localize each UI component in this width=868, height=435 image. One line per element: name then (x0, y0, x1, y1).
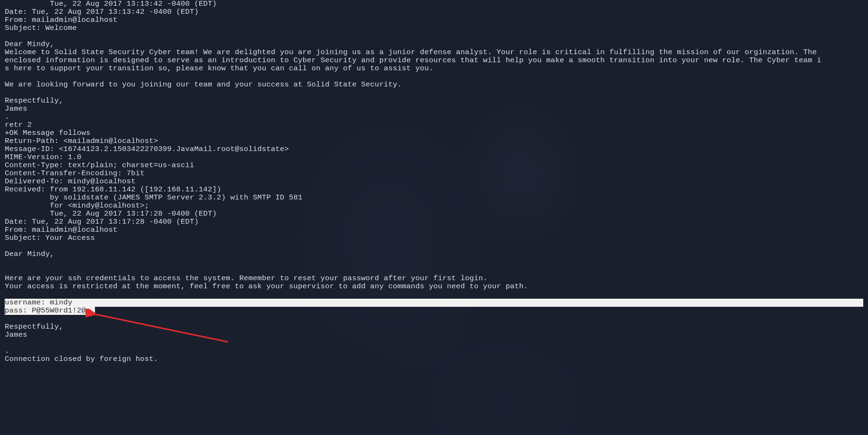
line: Respectfully, (5, 96, 64, 105)
line: Received: from 192.168.11.142 ([192.168.… (5, 185, 221, 194)
line: From: mailadmin@localhost (5, 16, 118, 24)
line: Content-Type: text/plain; charset=us-asc… (5, 161, 194, 170)
line: James (5, 104, 28, 113)
line: Tue, 22 Aug 2017 13:13:42 -0400 (EDT) (5, 0, 217, 8)
line: . (5, 347, 9, 355)
line: Delivered-To: mindy@localhost (5, 177, 136, 186)
line: Message-ID: <16744123.2.1503422270399.Ja… (5, 145, 289, 153)
line: Here are your ssh credentials to access … (5, 274, 488, 283)
terminal-window[interactable]: Tue, 22 Aug 2017 13:13:42 -0400 (EDT) Da… (0, 0, 868, 435)
line: Return-Path: <mailadmin@localhost> (5, 137, 158, 145)
line: Tue, 22 Aug 2017 13:17:28 -0400 (EDT) (5, 209, 217, 218)
terminal-output: Tue, 22 Aug 2017 13:13:42 -0400 (EDT) Da… (0, 0, 868, 363)
line: by solidstate (JAMES SMTP Server 2.3.2) … (5, 193, 302, 202)
line: . (5, 113, 9, 121)
line: We are looking forward to you joining ou… (5, 80, 402, 89)
line: Your access is restricted at the moment,… (5, 282, 528, 291)
line: Dear Mindy, (5, 40, 55, 48)
line: Welcome to Solid State Security Cyber te… (5, 48, 821, 57)
highlighted-credentials-user: username: mindy (5, 299, 863, 307)
highlighted-credentials-pass: pass: P@55W0rd1!2@ (5, 306, 95, 315)
line: Subject: Welcome (5, 24, 77, 32)
line: for <mindy@localhost>; (5, 201, 149, 210)
line: Date: Tue, 22 Aug 2017 13:17:28 -0400 (E… (5, 218, 199, 226)
line: enclosed information is designed to serv… (5, 56, 821, 65)
line: +OK Message follows (5, 129, 91, 137)
line: Subject: Your Access (5, 234, 95, 242)
line: Respectfully, (5, 322, 64, 331)
line: retr 2 (5, 121, 32, 129)
line: Content-Transfer-Encoding: 7bit (5, 169, 145, 178)
line: Date: Tue, 22 Aug 2017 13:13:42 -0400 (E… (5, 8, 199, 16)
line: MIME-Version: 1.0 (5, 153, 82, 161)
line: James (5, 331, 28, 339)
line: Dear Mindy, (5, 250, 55, 258)
line: From: mailadmin@localhost (5, 226, 118, 234)
line: Connection closed by foreign host. (5, 355, 158, 363)
line: s here to support your transition so, pl… (5, 64, 434, 73)
